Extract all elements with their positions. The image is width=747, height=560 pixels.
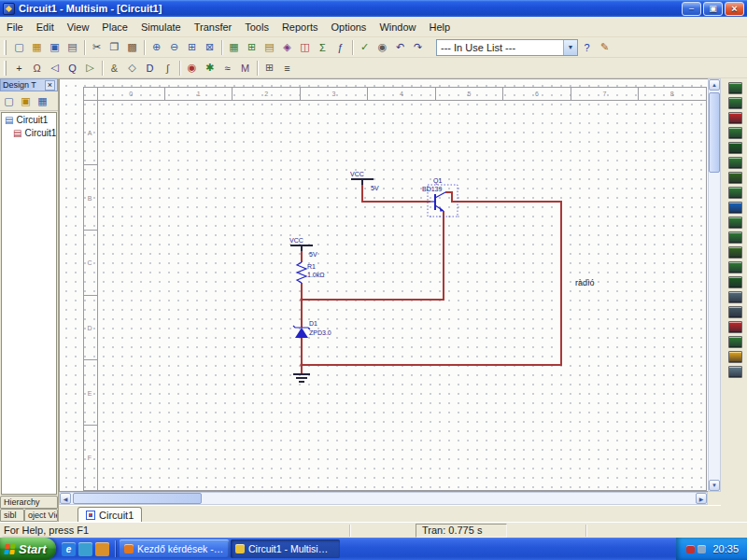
- taskbar-task[interactable]: Circuit1 - Multisim - [C...: [231, 539, 340, 558]
- place-basic-icon[interactable]: Ω: [28, 60, 46, 77]
- toolbar-grip[interactable]: [4, 61, 7, 76]
- restore-button[interactable]: ▣: [703, 2, 723, 16]
- agilent-multimeter-icon[interactable]: [728, 306, 742, 318]
- zoom-out-icon[interactable]: ⊖: [165, 39, 183, 56]
- iv-analyzer-icon[interactable]: [728, 231, 742, 244]
- place-analog-icon[interactable]: ▷: [81, 60, 99, 77]
- menu-file[interactable]: File: [0, 19, 30, 35]
- toggle-grid-icon[interactable]: ▦: [225, 39, 243, 56]
- menu-reports[interactable]: Reports: [275, 19, 325, 35]
- horizontal-scrollbar[interactable]: ◀ ▶: [59, 492, 708, 505]
- bode-plotter-icon[interactable]: [728, 157, 742, 169]
- tab-visibility[interactable]: sibl: [0, 509, 24, 522]
- show-desktop-icon[interactable]: [78, 542, 92, 556]
- network-analyzer-icon[interactable]: [728, 276, 742, 288]
- education-web-page-icon[interactable]: ✎: [596, 39, 613, 56]
- place-mixed-icon[interactable]: ∫: [159, 60, 176, 77]
- grapher-icon[interactable]: ◫: [296, 39, 314, 56]
- tab-project-view[interactable]: oject Vie: [24, 509, 58, 522]
- place-diode-icon[interactable]: ◁: [46, 60, 63, 77]
- taskbar-task[interactable]: Kezdő kérdések - Hob...: [120, 539, 229, 558]
- internet-explorer-icon[interactable]: e: [62, 542, 76, 556]
- tektronix-oscilloscope-icon[interactable]: [728, 336, 742, 348]
- place-cmos-icon[interactable]: ◇: [123, 60, 141, 77]
- vertical-scrollbar[interactable]: ▲ ▼: [708, 78, 721, 492]
- capture-screen-icon[interactable]: ◉: [374, 39, 391, 56]
- spreadsheet-view-icon[interactable]: ⊞: [243, 39, 261, 56]
- ground-symbol[interactable]: [293, 374, 310, 382]
- place-misc-icon[interactable]: ✱: [201, 60, 218, 77]
- zoom-full-icon[interactable]: ⊠: [201, 39, 218, 56]
- wires[interactable]: [300, 185, 561, 374]
- scroll-up-icon[interactable]: ▲: [709, 79, 720, 91]
- agilent-function-generator-icon[interactable]: [728, 291, 742, 303]
- zoom-area-icon[interactable]: ⊞: [183, 39, 201, 56]
- menu-options[interactable]: Options: [324, 19, 373, 35]
- vcc-source-top[interactable]: VCC 5V: [350, 171, 379, 191]
- wattmeter-icon[interactable]: [728, 112, 742, 124]
- new-schematic-icon[interactable]: ▢: [1, 93, 17, 108]
- network-icon[interactable]: [698, 545, 706, 553]
- print-icon[interactable]: ▤: [63, 39, 81, 56]
- hscroll-thumb[interactable]: [73, 493, 202, 504]
- logic-converter-icon[interactable]: [728, 217, 742, 229]
- close-button[interactable]: ×: [725, 2, 744, 16]
- toolbar-grip[interactable]: [4, 40, 7, 55]
- tree-item-circuit1[interactable]: ▤Circuit1: [2, 126, 56, 139]
- electrical-rules-check-icon[interactable]: ✓: [356, 39, 374, 56]
- agilent-oscilloscope-icon[interactable]: [728, 321, 742, 333]
- open-schematic-icon[interactable]: ▣: [18, 93, 34, 108]
- in-use-list-combo[interactable]: --- In Use List --- ▼: [436, 39, 578, 56]
- place-transistor-icon[interactable]: Q: [63, 60, 81, 77]
- place-electromechanical-icon[interactable]: M: [236, 60, 254, 77]
- logic-analyzer-icon[interactable]: [728, 202, 742, 214]
- back-annotate-icon[interactable]: ↶: [391, 39, 409, 56]
- current-clamp-icon[interactable]: [728, 366, 742, 378]
- scroll-right-icon[interactable]: ▶: [696, 493, 707, 504]
- cut-icon[interactable]: ✂: [88, 39, 106, 56]
- vcc-source-left[interactable]: VCC 5V: [289, 237, 317, 258]
- zener-diode-d1[interactable]: D1 ZPD3.0: [293, 320, 331, 338]
- component-wizard-icon[interactable]: ◈: [278, 39, 296, 56]
- volume-icon[interactable]: [686, 545, 695, 553]
- place-bus-icon[interactable]: ≡: [278, 60, 296, 77]
- paste-icon[interactable]: ▩: [123, 39, 141, 56]
- menu-tools[interactable]: Tools: [238, 19, 275, 35]
- scroll-left-icon[interactable]: ◀: [60, 493, 71, 504]
- copy-icon[interactable]: ❐: [106, 39, 123, 56]
- minimize-button[interactable]: –: [682, 2, 701, 16]
- menu-place[interactable]: Place: [95, 19, 134, 35]
- start-button[interactable]: Start: [0, 538, 56, 560]
- postprocessor-icon[interactable]: ƒ: [331, 39, 349, 56]
- media-player-icon[interactable]: [95, 542, 109, 556]
- place-indicator-icon[interactable]: ◉: [183, 60, 201, 77]
- oscilloscope-icon[interactable]: [728, 127, 742, 139]
- measurement-probe-icon[interactable]: [728, 351, 742, 363]
- schematic-canvas[interactable]: 012345678ABCDEF VCC 5V: [59, 78, 708, 492]
- tab-circuit1[interactable]: Circuit1: [78, 507, 142, 522]
- resistor-r1[interactable]: R1 1.0kΩ: [297, 262, 324, 283]
- database-manager-icon[interactable]: ▤: [261, 39, 278, 56]
- four-channel-oscilloscope-icon[interactable]: [728, 142, 742, 154]
- open-file-icon[interactable]: ▦: [28, 39, 46, 56]
- place-source-icon[interactable]: +: [10, 60, 28, 77]
- new-file-icon[interactable]: ▢: [10, 39, 28, 56]
- frequency-counter-icon[interactable]: [728, 172, 742, 184]
- analyses-icon[interactable]: Σ: [314, 39, 331, 56]
- combo-dropdown-icon[interactable]: ▼: [563, 40, 577, 55]
- place-hierarchical-block-icon[interactable]: ⊞: [261, 60, 278, 77]
- word-generator-icon[interactable]: [728, 187, 742, 199]
- title-bar[interactable]: Circuit1 - Multisim - [Circuit1] – ▣ ×: [0, 0, 747, 17]
- menu-view[interactable]: View: [61, 19, 96, 35]
- help-icon[interactable]: ?: [578, 39, 596, 56]
- place-rf-icon[interactable]: ≈: [218, 60, 236, 77]
- vscroll-thumb[interactable]: [709, 92, 720, 173]
- function-generator-icon[interactable]: [728, 97, 742, 109]
- distortion-analyzer-icon[interactable]: [728, 246, 742, 259]
- toolbox-close-icon[interactable]: ×: [45, 80, 55, 91]
- menu-window[interactable]: Window: [373, 19, 422, 35]
- save-icon[interactable]: ▣: [46, 39, 63, 56]
- design-toolbox-titlebar[interactable]: Design T ×: [0, 78, 58, 91]
- scroll-down-icon[interactable]: ▼: [709, 480, 720, 491]
- annotation-radio[interactable]: ràdìó: [575, 278, 595, 287]
